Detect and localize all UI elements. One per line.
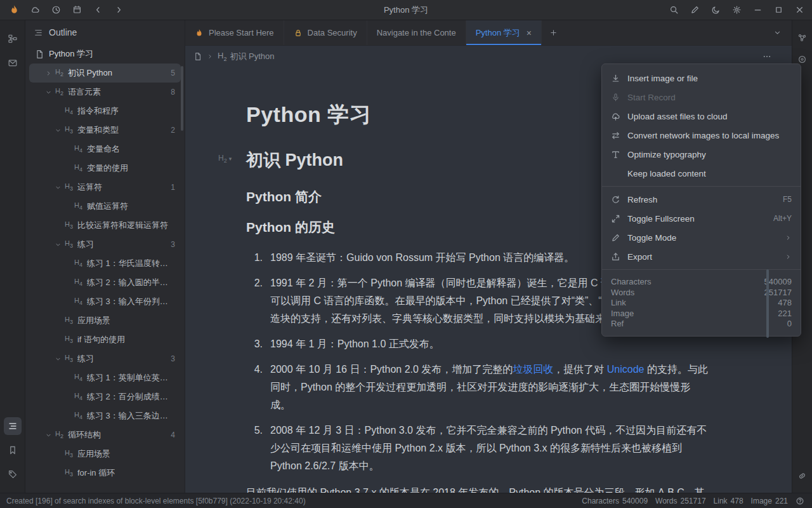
new-tab-button[interactable] <box>542 20 566 45</box>
back-button[interactable] <box>89 3 107 18</box>
menu-item[interactable]: Optimize typography <box>602 145 801 164</box>
outline-item[interactable]: H2初识 Python5 <box>29 64 181 83</box>
heading-level-tag: H3 <box>65 316 73 325</box>
outline-item-label: 指令和程序 <box>77 105 119 117</box>
close-button[interactable] <box>790 3 808 18</box>
outline-item-label: for-in 循环 <box>77 467 115 479</box>
outline-item[interactable]: Python 学习 <box>29 44 181 64</box>
sync-button[interactable] <box>26 3 44 18</box>
focus-icon <box>797 55 807 64</box>
tab-label: Data Security <box>308 28 357 37</box>
paragraph[interactable]: 目前我们使用的 Python 3.7.x 的版本是在 2018 年发布的，Pyt… <box>246 484 708 493</box>
search-button[interactable] <box>665 3 683 18</box>
heading-h2[interactable]: 初识 Python <box>246 150 343 170</box>
workspace-button[interactable] <box>5 3 23 18</box>
inbox-button[interactable] <box>4 54 22 72</box>
menu-item-label: Upload asset files to cloud <box>627 112 792 121</box>
tab-item[interactable]: Please Start Here <box>185 20 284 45</box>
outline-item[interactable]: H3应用场景 <box>29 311 181 330</box>
tab-item[interactable]: Navigate in the Conte <box>367 20 466 45</box>
chevron-down-icon[interactable] <box>52 124 63 136</box>
outline-item-label: 练习 3：输入年份判… <box>87 296 168 307</box>
outline-item[interactable]: H4练习 3：输入三条边… <box>29 406 181 425</box>
chevron-down-icon[interactable] <box>52 239 63 250</box>
menu-item[interactable]: Export <box>602 247 801 266</box>
outline-item[interactable]: H4练习 1：华氏温度转… <box>29 254 181 273</box>
menu-item[interactable]: RefreshF5 <box>602 190 801 209</box>
breadcrumb-item[interactable]: H2 初识 Python <box>218 51 275 62</box>
list-item[interactable]: 5.2008 年 12 月 3 日：Python 3.0 发布，它并不完全兼容之… <box>246 422 708 475</box>
edit-mode-button[interactable] <box>686 3 704 18</box>
toggle-spacer <box>62 163 73 174</box>
theme-button[interactable] <box>707 3 724 18</box>
menu-item[interactable]: Keep loaded content <box>602 164 801 183</box>
outline-item[interactable]: H4变量的使用 <box>29 159 181 178</box>
calendar-icon <box>72 5 82 15</box>
outline-item[interactable]: H3练习3 <box>29 235 181 254</box>
tab-close-button[interactable]: × <box>527 29 532 37</box>
menu-item[interactable]: Toggle Mode <box>602 228 801 247</box>
outline-item[interactable]: H4指令和程序 <box>29 102 181 121</box>
inline-link[interactable]: 垃圾回收 <box>513 364 553 375</box>
text-run: 1994 年 1 月：Python 1.0 正式发布。 <box>270 338 440 349</box>
tab-item[interactable]: Data Security <box>284 20 367 45</box>
outline-item[interactable]: H3练习3 <box>29 349 181 368</box>
outline-item[interactable]: H2循环结构4 <box>29 425 181 444</box>
list-item-number: 5. <box>246 422 270 475</box>
notebook-button[interactable] <box>4 30 22 48</box>
help-button[interactable] <box>794 495 806 507</box>
outline-item[interactable]: H4赋值运算符 <box>29 197 181 216</box>
text-run: ，提供了对 <box>553 364 606 375</box>
list-item[interactable]: 3.1994 年 1 月：Python 1.0 正式发布。 <box>246 335 708 353</box>
outline-item[interactable]: H3比较运算符和逻辑运算符 <box>29 216 181 235</box>
outline-item[interactable]: H3运算符1 <box>29 178 181 197</box>
heading-fold-gutter[interactable]: H2 ▾ <box>218 154 232 164</box>
menu-item[interactable]: Upload asset files to cloud <box>602 107 801 126</box>
tab-menu-button[interactable] <box>766 20 788 45</box>
chevron-right-icon <box>114 5 124 15</box>
chevron-down-icon[interactable] <box>52 353 63 364</box>
lock-icon <box>294 29 303 37</box>
scrollbar-thumb[interactable] <box>181 66 183 131</box>
outline-item[interactable]: H3if 语句的使用 <box>29 330 181 349</box>
chevron-right-icon[interactable] <box>43 67 54 79</box>
outline-item[interactable]: H4练习 1：英制单位英… <box>29 368 181 387</box>
daily-note-button[interactable] <box>68 3 86 18</box>
menu-item[interactable]: Insert image or file <box>602 69 801 88</box>
tabs: Please Start HereData SecurityNavigate i… <box>185 20 542 45</box>
menu-item[interactable]: Toggle FullscreenAlt+Y <box>602 209 801 228</box>
menu-scrollbar-thumb[interactable] <box>766 269 769 338</box>
outline-item[interactable]: H4练习 2：百分制成绩… <box>29 387 181 406</box>
chevron-down-icon[interactable] <box>52 182 63 193</box>
bookmark-button[interactable] <box>4 441 22 459</box>
settings-button[interactable] <box>728 3 745 18</box>
titlebar-right-buttons <box>661 3 812 18</box>
outline-item[interactable]: H3应用场景 <box>29 444 181 464</box>
tab-label: Please Start Here <box>209 28 274 37</box>
graph-button[interactable] <box>794 29 811 46</box>
outline-item[interactable]: H4变量命名 <box>29 140 181 159</box>
outline-item[interactable]: H4练习 3：输入年份判… <box>29 292 181 311</box>
menu-item-label: Export <box>627 252 778 262</box>
chevron-down-icon[interactable] <box>43 429 54 441</box>
chevron-down-icon[interactable] <box>43 86 54 98</box>
tab-item[interactable]: Python 学习× <box>466 20 542 45</box>
history-button[interactable] <box>47 3 65 18</box>
minimize-button[interactable] <box>749 3 766 18</box>
toggle-spacer <box>52 220 63 231</box>
list-item[interactable]: 4.2000 年 10 月 16 日：Python 2.0 发布，增加了完整的垃… <box>246 361 708 414</box>
doc-more-button[interactable] <box>758 50 776 64</box>
outline-item[interactable]: H2语言元素8 <box>29 83 181 102</box>
outline-item[interactable]: H3变量和类型2 <box>29 121 181 140</box>
outline-button[interactable] <box>4 417 22 435</box>
outline-item[interactable]: H3for-in 循环 <box>29 464 181 483</box>
menu-item[interactable]: Convert network images to local images <box>602 126 801 145</box>
outline-item[interactable]: H4练习 2：输入圆的半… <box>29 273 181 292</box>
backlink-button[interactable] <box>794 467 811 484</box>
forward-button[interactable] <box>110 3 128 18</box>
breadcrumb-label: 初识 Python <box>230 51 274 62</box>
menu-separator <box>602 186 801 187</box>
inline-link[interactable]: Unicode <box>607 364 645 375</box>
maximize-button[interactable] <box>769 3 787 18</box>
tag-button[interactable] <box>4 465 22 483</box>
